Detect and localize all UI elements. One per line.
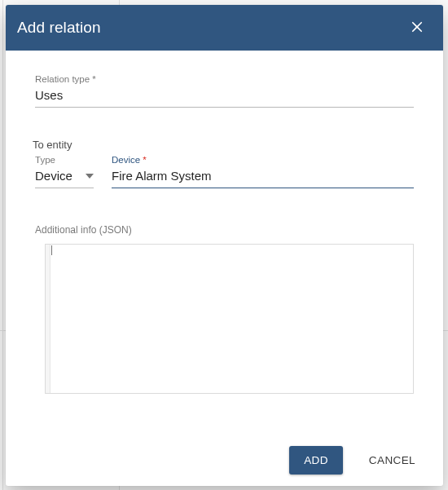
required-marker: * [92,74,95,84]
cancel-button[interactable]: CANCEL [354,446,430,475]
relation-type-input[interactable] [35,85,414,108]
entity-type-field: Type [35,154,94,188]
to-entity-section-label: To entity [33,139,414,151]
entity-device-label: Device * [112,154,414,166]
add-button[interactable]: ADD [289,446,343,475]
additional-info-json-editor[interactable] [45,244,414,394]
editor-cursor [51,245,52,255]
close-button[interactable] [402,13,432,42]
entity-type-select[interactable] [35,166,94,188]
relation-type-field: Relation type * [35,73,414,108]
close-icon [410,20,424,37]
entity-device-input[interactable] [112,166,414,188]
dialog-title: Add relation [17,19,101,37]
required-marker: * [143,155,146,165]
dialog-body: Relation type * To entity Type [6,51,443,434]
dialog-actions: ADD CANCEL [6,434,443,486]
editor-gutter [46,245,51,393]
add-relation-dialog: Add relation Relation type * To entity [6,5,443,486]
relation-type-label: Relation type * [35,73,414,85]
dialog-backdrop: Add relation Relation type * To entity [0,0,448,490]
entity-device-label-text: Device [112,155,140,165]
entity-type-value[interactable] [35,166,94,188]
relation-type-label-text: Relation type [35,74,90,84]
dialog-header: Add relation [6,5,443,51]
additional-info-label: Additional info (JSON) [35,224,414,236]
to-entity-row: Type Device * [35,154,414,192]
entity-device-field: Device * [112,154,414,188]
entity-type-label: Type [35,154,94,166]
